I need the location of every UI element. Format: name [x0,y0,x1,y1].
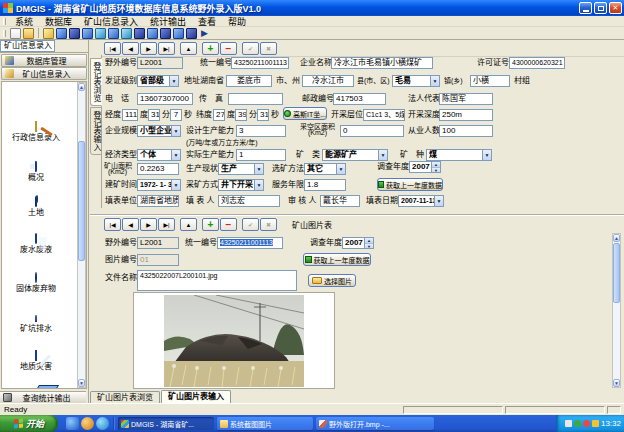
lon-deg-input[interactable]: 111 [122,109,138,121]
scroll-up-icon[interactable]: ▲ [78,83,85,91]
city-input[interactable]: 娄底市 [226,75,272,87]
tray-icon-4[interactable] [592,420,599,427]
fax-input[interactable] [228,93,283,105]
lat-deg-input[interactable]: 27 [213,109,225,121]
workers-input[interactable]: 100 [439,125,493,137]
region-input[interactable]: 冷水江市 [302,75,354,87]
tab-picture-browse[interactable]: 矿山图片表浏览 [90,391,160,403]
survey-year-spinner[interactable]: 2007▲▼ [409,161,441,173]
chevron-down-icon[interactable]: ▼ [434,196,443,206]
chevron-down-icon[interactable]: ▼ [254,180,263,190]
cancel-record-button[interactable]: ✖ [260,218,277,231]
mining-method-combo[interactable]: 井下开采▼ [218,179,264,191]
prev-record-button[interactable]: ◀ [122,218,139,231]
chevron-down-icon[interactable]: ▼ [171,150,180,160]
scrollbar-thumb[interactable] [613,243,620,303]
edit-record-icon[interactable] [43,28,54,39]
close-button[interactable]: ✕ [609,2,622,14]
quicklaunch-icon-1[interactable] [66,417,79,430]
quicklaunch-icon-3[interactable] [96,417,109,430]
spin-down-icon[interactable]: ▼ [432,168,440,173]
column-icon[interactable] [160,28,171,39]
sidebar-bottom-button[interactable]: 查询统计输出 [0,391,86,403]
pic-get-prev-year-button[interactable]: 获取上一年度数据 [303,253,371,266]
menu-system[interactable]: 系统 [9,15,39,28]
sidebar-item-geo-hazard[interactable]: 地质灾害 [2,351,70,371]
unified-no-input[interactable]: 43250211001113 [231,57,289,69]
sidebar-group-mine-entry[interactable]: 矿山信息录入 [1,67,87,80]
waste-water-icon[interactable] [82,28,93,39]
chevron-down-icon[interactable]: ▼ [482,150,491,160]
open-folder-icon[interactable] [23,28,34,39]
gauss-coord-button[interactable]: 高斯IT坐... [283,107,327,120]
add-record-button[interactable]: + [202,42,219,55]
mine-area-input[interactable]: 0.2263 [137,163,179,175]
fill-person-input[interactable]: 刘志宏 [218,195,280,207]
up-record-button[interactable]: ▲ [180,42,197,55]
fill-unit-input[interactable]: 湖南省地质环境 [137,195,179,207]
next-record-button[interactable]: ▶ [140,42,157,55]
menu-mine-info-entry[interactable]: 矿山信息录入 [78,15,144,28]
geo-hazard-icon[interactable] [121,28,132,39]
tray-icon-1[interactable] [565,420,572,427]
pic-no-input[interactable]: 01 [137,254,179,266]
sidebar-group-database[interactable]: 数据库管理 [1,54,87,67]
start-button[interactable]: 开始 [0,415,58,432]
scrollbar-thumb[interactable] [78,141,85,261]
tab-picture-input[interactable]: 矿山图片表输入 [161,390,231,403]
file-name-input[interactable]: 4325022007L200101.jpg [137,270,297,291]
cancel-record-button[interactable]: ✖ [260,42,277,55]
tab-register-browse[interactable]: 登记表浏览 [90,58,102,106]
task-screenshots-folder[interactable]: 系统截图图片 [217,417,313,430]
lat-sec-input[interactable]: 31 [257,109,269,121]
county-combo[interactable]: 毛易▼ [392,75,440,87]
scroll-down-icon[interactable]: ▼ [78,379,85,387]
mining-depth-input[interactable]: 250m [439,109,493,121]
field-no-input[interactable]: L2001 [137,57,183,69]
export-icon[interactable] [186,28,197,39]
task-dmgis[interactable]: DMGIS - 湖南省矿... [118,417,214,430]
solid-waste-icon[interactable] [95,28,106,39]
company-name-input[interactable]: 冷水江市毛易镇小横煤矿 [331,57,433,69]
commit-record-button[interactable]: ✔ [242,42,259,55]
phone-input[interactable]: 13607307000 [137,93,193,105]
add-record-button[interactable]: + [202,218,219,231]
menu-view[interactable]: 查看 [192,15,222,28]
picture-panel-scrollbar[interactable]: ▲ ▼ [612,233,621,388]
chevron-down-icon[interactable]: ▼ [254,164,263,174]
menu-statistics-output[interactable]: 统计输出 [144,15,192,28]
chart-icon[interactable] [173,28,184,39]
restore-button[interactable] [594,2,607,14]
select-picture-button[interactable]: 选择图片 [308,274,356,287]
next-record-button[interactable]: ▶ [140,218,157,231]
more-tools-icon[interactable]: ▶ [199,28,210,39]
quicklaunch-icon-2[interactable] [81,417,94,430]
chevron-down-icon[interactable]: ▼ [430,76,439,86]
mining-layer-input[interactable]: C1c1 3、5煤层 [363,109,405,121]
lon-sec-input[interactable]: 7 [170,109,182,121]
license-no-input[interactable]: 4300000620321 [509,57,565,69]
pit-drainage-icon[interactable] [108,28,119,39]
overview-icon[interactable] [56,28,67,39]
spin-down-icon[interactable]: ▼ [365,244,373,249]
chevron-down-icon[interactable]: ▼ [169,76,178,86]
pic-survey-year-spinner[interactable]: 2007▲▼ [342,237,374,249]
reviewer-input[interactable]: 戴长华 [320,195,360,207]
production-status-combo[interactable]: 生产▼ [218,163,264,175]
first-record-button[interactable]: |◀ [104,218,121,231]
land-icon[interactable] [69,28,80,39]
goaf-area-input[interactable]: 0 [340,125,404,137]
menu-database[interactable]: 数据库 [39,15,78,28]
sidebar-item-admin-entry[interactable]: 行政信息录入 [2,122,70,142]
sidebar-item-solid-waste[interactable]: 固体废弃物 [2,273,70,293]
sidebar-item-overview[interactable]: 概况 [2,162,70,182]
design-capacity-input[interactable]: 3 [236,125,286,137]
legal-rep-input[interactable]: 陈国军 [439,93,493,105]
last-record-button[interactable]: ▶| [158,218,175,231]
delete-record-button[interactable]: − [220,218,237,231]
collapse-icon[interactable] [147,28,158,39]
tray-icon-2[interactable] [574,420,581,427]
task-paint-bmp[interactable]: 野外版打开.bmp -... [316,417,434,430]
chevron-down-icon[interactable]: ▼ [171,126,180,136]
lon-min-input[interactable]: 31 [148,109,160,121]
